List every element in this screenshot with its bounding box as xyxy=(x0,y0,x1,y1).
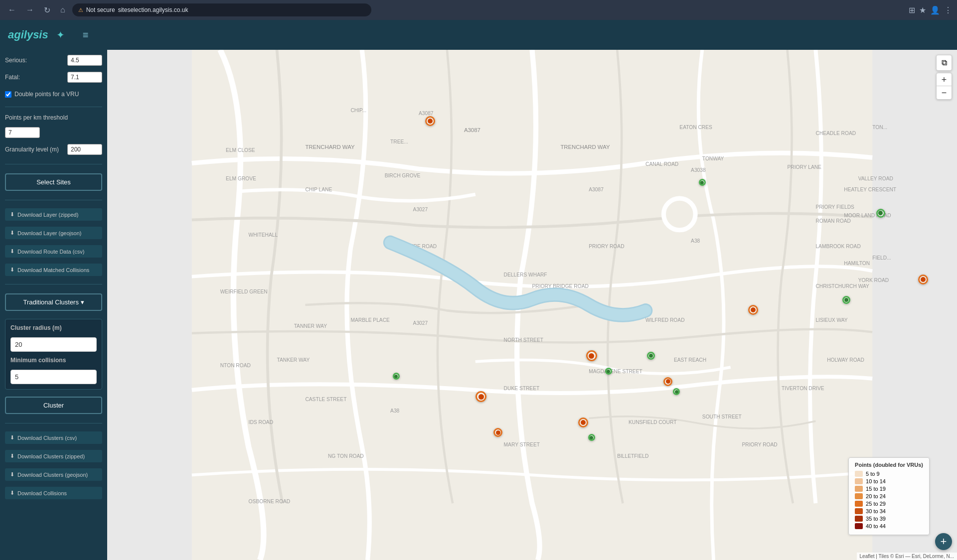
svg-text:A3087: A3087 xyxy=(419,111,434,116)
legend-item: 25 to 29 xyxy=(855,501,923,507)
fatal-input[interactable] xyxy=(67,72,102,83)
svg-text:TANKER WAY: TANKER WAY xyxy=(277,357,310,363)
serious-input[interactable] xyxy=(67,55,102,66)
home-button[interactable]: ⌂ xyxy=(57,4,68,15)
granularity-label: Granularity level (m) xyxy=(5,146,59,153)
legend-item-label: 5 to 9 xyxy=(866,471,880,477)
svg-text:EAST REACH: EAST REACH xyxy=(674,357,706,363)
layer-toggle-button[interactable]: ⧉ xyxy=(936,55,952,71)
collision-marker[interactable] xyxy=(493,428,502,437)
reload-button[interactable]: ↻ xyxy=(41,4,53,16)
collision-marker[interactable] xyxy=(699,179,706,186)
svg-text:CHEADLE ROAD: CHEADLE ROAD xyxy=(815,131,856,136)
svg-text:EATON CRES: EATON CRES xyxy=(679,125,712,130)
svg-text:LAMBROOK ROAD: LAMBROOK ROAD xyxy=(815,244,860,249)
collision-marker[interactable] xyxy=(647,352,655,360)
collision-marker[interactable] xyxy=(918,275,928,284)
svg-text:SOUTH STREET: SOUTH STREET xyxy=(702,414,742,420)
svg-text:OSBORNE ROAD: OSBORNE ROAD xyxy=(249,499,291,504)
cluster-radius-label: Cluster radius (m) xyxy=(10,324,97,331)
download-clusters-zipped-button[interactable]: ⬇ Download Clusters (zipped) xyxy=(5,450,102,462)
back-button[interactable]: ← xyxy=(5,4,19,15)
collision-marker[interactable] xyxy=(586,350,597,361)
svg-text:LISIEUX WAY: LISIEUX WAY xyxy=(815,317,847,323)
traditional-clusters-button[interactable]: Traditional Clusters ▾ xyxy=(5,293,102,311)
collision-marker[interactable] xyxy=(842,296,850,304)
collision-marker[interactable] xyxy=(876,209,885,218)
granularity-input[interactable] xyxy=(67,144,102,155)
download-matched-collisions-button[interactable]: ⬇ Download Matched Collisions xyxy=(5,264,102,276)
svg-text:PRIORY LANE: PRIORY LANE xyxy=(788,164,822,170)
svg-text:TANNER WAY: TANNER WAY xyxy=(294,323,327,329)
download-layer-zipped-button[interactable]: ⬇ Download Layer (zipped) xyxy=(5,208,102,221)
svg-point-1 xyxy=(662,197,696,231)
bookmark-icon[interactable]: ★ xyxy=(919,5,926,15)
forward-button[interactable]: → xyxy=(23,4,37,15)
svg-point-2 xyxy=(668,203,691,226)
minimum-collisions-input[interactable] xyxy=(10,370,97,384)
address-bar[interactable]: ⚠ Not secure siteselection.agilysis.co.u… xyxy=(72,3,371,16)
svg-text:PRIORY ROAD: PRIORY ROAD xyxy=(742,442,777,447)
download-collisions-button[interactable]: ⬇ Download Collisions xyxy=(5,487,102,499)
legend-color-swatch xyxy=(855,486,863,492)
collision-marker[interactable] xyxy=(605,368,612,375)
collision-marker[interactable] xyxy=(663,377,672,386)
collision-marker[interactable] xyxy=(425,116,435,126)
collision-marker[interactable] xyxy=(673,388,680,395)
legend-color-swatch xyxy=(855,516,863,522)
download-layer-geojson-button[interactable]: ⬇ Download Layer (geojson) xyxy=(5,227,102,239)
zoom-in-button[interactable]: + xyxy=(937,73,952,86)
zoom-out-button[interactable]: − xyxy=(937,86,952,99)
svg-text:ELM CLOSE: ELM CLOSE xyxy=(226,147,255,153)
select-sites-button[interactable]: Select Sites xyxy=(5,173,102,191)
zoom-controls: + − xyxy=(936,73,952,100)
divider-4 xyxy=(5,284,102,284)
svg-text:KUNSFIELD COURT: KUNSFIELD COURT xyxy=(629,420,677,425)
legend-item: 20 to 24 xyxy=(855,493,923,499)
download-icon-7: ⬇ xyxy=(10,471,14,478)
svg-text:CANAL ROAD: CANAL ROAD xyxy=(645,161,678,167)
cluster-radius-input[interactable] xyxy=(10,337,97,352)
download-matched-collisions-label: Download Matched Collisions xyxy=(17,267,89,273)
double-points-row: Double points for a VRU xyxy=(5,91,102,98)
svg-text:VALLEY ROAD: VALLEY ROAD xyxy=(858,176,893,181)
download-icon-3: ⬇ xyxy=(10,248,14,255)
cluster-button[interactable]: Cluster xyxy=(5,397,102,414)
svg-text:IDS ROAD: IDS ROAD xyxy=(249,420,273,425)
download-layer-geojson-label: Download Layer (geojson) xyxy=(17,230,81,236)
legend-item: 30 to 34 xyxy=(855,508,923,514)
collision-marker[interactable] xyxy=(748,305,758,315)
download-icon-2: ⬇ xyxy=(10,230,14,236)
collision-marker[interactable] xyxy=(588,434,595,441)
points-per-km-input[interactable] xyxy=(5,127,40,138)
more-icon[interactable]: ⋮ xyxy=(944,5,952,15)
legend-items: 5 to 9 10 to 14 15 to 19 20 to 24 25 to … xyxy=(855,471,923,529)
profile-icon[interactable]: 👤 xyxy=(930,5,940,15)
svg-text:BIRCH GROVE: BIRCH GROVE xyxy=(385,173,421,178)
svg-text:WHITEHALL: WHITEHALL xyxy=(249,232,278,238)
svg-point-62 xyxy=(663,198,695,230)
collision-marker[interactable] xyxy=(476,391,486,402)
download-route-data-button[interactable]: ⬇ Download Route Data (csv) xyxy=(5,245,102,258)
collision-marker[interactable] xyxy=(393,373,400,380)
double-points-checkbox[interactable] xyxy=(5,91,11,98)
menu-icon[interactable]: ≡ xyxy=(83,29,89,41)
svg-text:DUKE STREET: DUKE STREET xyxy=(504,386,540,391)
add-fab-button[interactable]: + xyxy=(935,533,952,550)
map-legend: Points (doubled for VRUs) 5 to 9 10 to 1… xyxy=(848,457,930,535)
points-per-km-label: Points per km threshold xyxy=(5,114,102,121)
map-container[interactable]: A3087 TRENCHARD WAY TRENCHARD WAY WHITEH… xyxy=(107,50,957,560)
browser-actions: ⊞ ★ 👤 ⋮ xyxy=(909,5,952,15)
points-per-km-row xyxy=(5,127,102,138)
download-clusters-csv-button[interactable]: ⬇ Download Clusters (csv) xyxy=(5,431,102,444)
collision-marker[interactable] xyxy=(578,418,588,427)
app-body: Serious: Fatal: Double points for a VRU … xyxy=(0,50,957,560)
svg-text:A3087: A3087 xyxy=(464,127,480,133)
granularity-row: Granularity level (m) xyxy=(5,144,102,155)
extensions-icon[interactable]: ⊞ xyxy=(909,5,915,15)
download-clusters-geojson-button[interactable]: ⬇ Download Clusters (geojson) xyxy=(5,468,102,481)
svg-text:NTON ROAD: NTON ROAD xyxy=(220,363,251,368)
svg-text:A3038: A3038 xyxy=(691,167,706,173)
legend-item-label: 25 to 29 xyxy=(866,501,886,507)
svg-text:NG TON ROAD: NG TON ROAD xyxy=(328,453,364,459)
